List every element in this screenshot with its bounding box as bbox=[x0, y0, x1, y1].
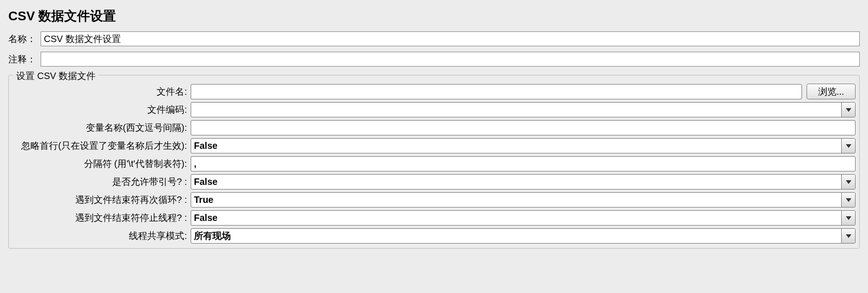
delimiter-label: 分隔符 (用'\t'代替制表符): bbox=[12, 158, 189, 170]
encoding-dropdown-button[interactable] bbox=[841, 103, 855, 117]
share-mode-dropdown-button[interactable] bbox=[841, 229, 855, 243]
chevron-down-icon bbox=[846, 180, 851, 184]
allow-quote-dropdown-button[interactable] bbox=[841, 175, 855, 189]
varnames-label: 变量名称(西文逗号间隔): bbox=[12, 122, 189, 134]
name-input[interactable] bbox=[41, 31, 860, 46]
filename-label: 文件名: bbox=[12, 85, 189, 98]
svg-marker-5 bbox=[846, 234, 851, 238]
allow-quote-value: False bbox=[191, 175, 841, 189]
chevron-down-icon bbox=[846, 108, 851, 112]
svg-marker-3 bbox=[846, 198, 851, 202]
stop-thread-dropdown-button[interactable] bbox=[841, 211, 855, 225]
chevron-down-icon bbox=[846, 144, 851, 148]
delimiter-input[interactable] bbox=[191, 156, 856, 171]
varnames-input[interactable] bbox=[191, 120, 856, 135]
filename-input[interactable] bbox=[191, 84, 802, 99]
share-mode-value: 所有现场 bbox=[191, 229, 841, 243]
svg-marker-4 bbox=[846, 216, 851, 220]
name-row: 名称： bbox=[8, 31, 860, 46]
allow-quote-combo[interactable]: False bbox=[191, 174, 856, 189]
svg-marker-1 bbox=[846, 144, 851, 148]
chevron-down-icon bbox=[846, 234, 851, 238]
comment-row: 注释： bbox=[8, 52, 860, 67]
share-mode-label: 线程共享模式: bbox=[12, 230, 189, 242]
encoding-combo[interactable] bbox=[191, 102, 856, 117]
comment-input[interactable] bbox=[41, 52, 860, 67]
csv-config-panel: CSV 数据文件设置 名称： 注释： 设置 CSV 数据文件 文件名: 浏览..… bbox=[0, 0, 868, 257]
comment-label: 注释： bbox=[8, 53, 41, 66]
allow-quote-label: 是否允许带引号? : bbox=[12, 176, 189, 188]
fieldset-legend: 设置 CSV 数据文件 bbox=[13, 70, 98, 82]
ignore-first-dropdown-button[interactable] bbox=[841, 139, 855, 153]
chevron-down-icon bbox=[846, 198, 851, 202]
encoding-label: 文件编码: bbox=[12, 104, 189, 116]
stop-thread-combo[interactable]: False bbox=[191, 210, 856, 226]
ignore-first-value: False bbox=[191, 139, 841, 153]
page-title: CSV 数据文件设置 bbox=[8, 7, 860, 25]
svg-marker-0 bbox=[846, 108, 851, 112]
share-mode-combo[interactable]: 所有现场 bbox=[191, 228, 856, 244]
encoding-value bbox=[191, 103, 841, 117]
stop-thread-label: 遇到文件结束符停止线程? : bbox=[12, 212, 189, 224]
ignore-first-label: 忽略首行(只在设置了变量名称后才生效): bbox=[12, 140, 189, 152]
chevron-down-icon bbox=[846, 216, 851, 220]
recycle-label: 遇到文件结束符再次循环? : bbox=[12, 194, 189, 206]
csv-fieldset: 设置 CSV 数据文件 文件名: 浏览... 文件编码: 变量名称(西文逗号间隔… bbox=[8, 75, 860, 249]
recycle-combo[interactable]: True bbox=[191, 192, 856, 208]
browse-button[interactable]: 浏览... bbox=[807, 84, 856, 99]
name-label: 名称： bbox=[8, 33, 41, 45]
ignore-first-combo[interactable]: False bbox=[191, 138, 856, 153]
stop-thread-value: False bbox=[191, 211, 841, 225]
recycle-dropdown-button[interactable] bbox=[841, 193, 855, 207]
svg-marker-2 bbox=[846, 180, 851, 184]
recycle-value: True bbox=[191, 193, 841, 207]
